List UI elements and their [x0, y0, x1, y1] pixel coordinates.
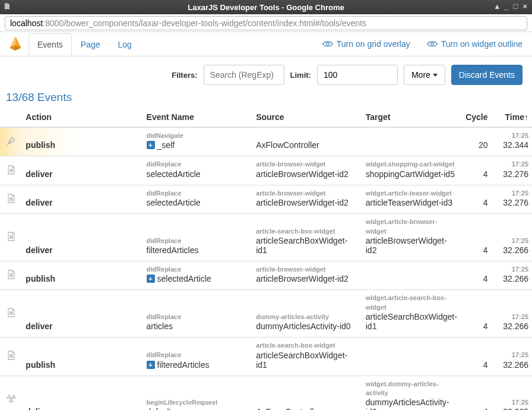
- row-target: widget.article-teaser-widgetarticleTease…: [362, 185, 461, 213]
- url-host: localhost: [10, 18, 43, 28]
- discard-events-button[interactable]: Discard Events: [451, 65, 522, 85]
- row-type-icon: [0, 261, 22, 289]
- row-time: 17:2532.265: [492, 376, 533, 410]
- events-counter: 13/68 Events: [0, 85, 532, 108]
- table-row[interactable]: deliverbeginLifecycleRequestdefaultAxPag…: [0, 376, 532, 410]
- col-cycle[interactable]: Cycle: [461, 108, 492, 127]
- row-cycle: 4: [461, 185, 492, 213]
- row-cycle: 4: [461, 376, 492, 410]
- row-action: publish: [22, 338, 142, 376]
- row-time: 17:2532.276: [492, 156, 533, 185]
- row-type-icon: [0, 376, 22, 410]
- table-row[interactable]: deliverdidReplaceselectedArticlearticle-…: [0, 185, 532, 213]
- filter-bar: Filters: Limit: More Discard Events: [0, 56, 532, 85]
- row-source: article-search-box-widgetarticleSearchBo…: [252, 338, 362, 376]
- row-target: widget.article-search-box-widgetarticleS…: [362, 290, 461, 338]
- row-action: publish: [22, 261, 142, 289]
- eye-icon: [322, 40, 333, 48]
- row-time: 17:2532.266: [492, 338, 533, 376]
- row-time: 17:2532.276: [492, 185, 533, 213]
- row-type-icon: [0, 290, 22, 338]
- window-minimize-icon[interactable]: _: [504, 2, 509, 11]
- row-action: deliver: [22, 156, 142, 185]
- col-time[interactable]: Time↑: [492, 108, 533, 127]
- eye-icon: [427, 40, 438, 48]
- more-label: More: [411, 70, 430, 80]
- row-target: widget.shopping-cart-widgetshoppingCartW…: [362, 156, 461, 185]
- more-button[interactable]: More: [404, 65, 445, 85]
- col-target[interactable]: Target: [362, 108, 461, 127]
- events-table: Action Event Name Source Target Cycle Ti…: [0, 108, 532, 410]
- laxar-logo-icon: [6, 34, 25, 53]
- row-time: 17:2532.266: [492, 214, 533, 261]
- table-row[interactable]: deliverdidReplacefilteredArticlesarticle…: [0, 214, 532, 261]
- url-path: :8000/bower_components/laxar-developer-t…: [43, 18, 366, 28]
- row-source: AxFlowController: [252, 127, 362, 156]
- row-target: [362, 338, 461, 376]
- svg-point-4: [431, 43, 434, 46]
- row-event-name: didReplace+selectedArticle: [143, 261, 253, 289]
- row-event-name: didNavigate+_self: [143, 127, 253, 156]
- row-type-icon: [0, 214, 22, 261]
- table-row[interactable]: publishdidReplace+filteredArticlesarticl…: [0, 338, 532, 376]
- row-target: widget.dummy-articles-activitydummyArtic…: [362, 376, 461, 410]
- toggle-grid-overlay[interactable]: Turn on grid overlay: [322, 39, 410, 49]
- row-target: [362, 261, 461, 289]
- table-row[interactable]: publishdidNavigate+_selfAxFlowController…: [0, 127, 532, 156]
- window-close-icon[interactable]: ×: [522, 2, 528, 11]
- svg-point-3: [327, 43, 330, 46]
- table-row[interactable]: publishdidReplace+selectedArticlearticle…: [0, 261, 532, 289]
- row-action: deliver: [22, 185, 142, 213]
- col-event-name[interactable]: Event Name: [143, 108, 253, 127]
- row-event-name: didReplaceselectedArticle: [143, 156, 253, 185]
- row-event-name: didReplacearticles: [143, 290, 253, 338]
- limit-label: Limit:: [290, 71, 311, 80]
- row-source: article-browser-widgetarticleBrowserWidg…: [252, 261, 362, 289]
- table-row[interactable]: deliverdidReplacearticlesdummy-articles-…: [0, 290, 532, 338]
- row-cycle: 4: [461, 290, 492, 338]
- col-source[interactable]: Source: [252, 108, 362, 127]
- row-source: article-search-box-widgetarticleSearchBo…: [252, 214, 362, 261]
- row-type-icon: [0, 185, 22, 213]
- row-time: 17:2532.266: [492, 261, 533, 289]
- toggle-widget-outline[interactable]: Turn on widget outline: [427, 39, 522, 49]
- address-bar: localhost:8000/bower_components/laxar-de…: [0, 14, 532, 32]
- window-pin-icon[interactable]: ▴: [495, 2, 501, 11]
- row-source: dummy-articles-activitydummyArticlesActi…: [252, 290, 362, 338]
- page-icon: 🗎: [4, 2, 11, 11]
- col-action[interactable]: Action: [22, 108, 142, 127]
- tabs: Events Page Log: [28, 33, 141, 55]
- row-cycle: 4: [461, 338, 492, 376]
- row-target: [362, 127, 461, 156]
- expand-icon[interactable]: +: [147, 361, 155, 369]
- table-header-row: Action Event Name Source Target Cycle Ti…: [0, 108, 532, 127]
- window-title: LaxarJS Developer Tools - Google Chrome: [188, 3, 344, 12]
- caret-down-icon: [433, 74, 438, 77]
- row-action: publish: [22, 127, 142, 156]
- row-event-name: didReplace+filteredArticles: [143, 338, 253, 376]
- row-time: 17:2532.344: [492, 127, 533, 156]
- search-input[interactable]: [204, 65, 284, 85]
- table-row[interactable]: deliverdidReplaceselectedArticlearticle-…: [0, 156, 532, 185]
- top-bar: Events Page Log Turn on grid overlay Tur…: [0, 32, 532, 56]
- window-maximize-icon[interactable]: □: [514, 2, 520, 11]
- tab-events[interactable]: Events: [28, 33, 72, 56]
- url-input[interactable]: localhost:8000/bower_components/laxar-de…: [5, 16, 527, 30]
- limit-input[interactable]: [317, 65, 398, 85]
- expand-icon[interactable]: +: [147, 141, 155, 149]
- expand-icon[interactable]: +: [147, 275, 155, 283]
- row-type-icon: [0, 127, 22, 156]
- row-action: deliver: [22, 290, 142, 338]
- toggle-grid-label: Turn on grid overlay: [337, 39, 410, 49]
- row-event-name: didReplacefilteredArticles: [143, 214, 253, 261]
- row-type-icon: [0, 156, 22, 185]
- tab-log[interactable]: Log: [109, 33, 141, 56]
- row-source: AxPageController: [252, 376, 362, 410]
- row-event-name: beginLifecycleRequestdefault: [143, 376, 253, 410]
- row-action: deliver: [22, 376, 142, 410]
- row-source: article-browser-widgetarticleBrowserWidg…: [252, 156, 362, 185]
- filters-label: Filters:: [172, 71, 197, 80]
- row-event-name: didReplaceselectedArticle: [143, 185, 253, 213]
- tab-page[interactable]: Page: [72, 33, 109, 56]
- row-time: 17:2532.266: [492, 290, 533, 338]
